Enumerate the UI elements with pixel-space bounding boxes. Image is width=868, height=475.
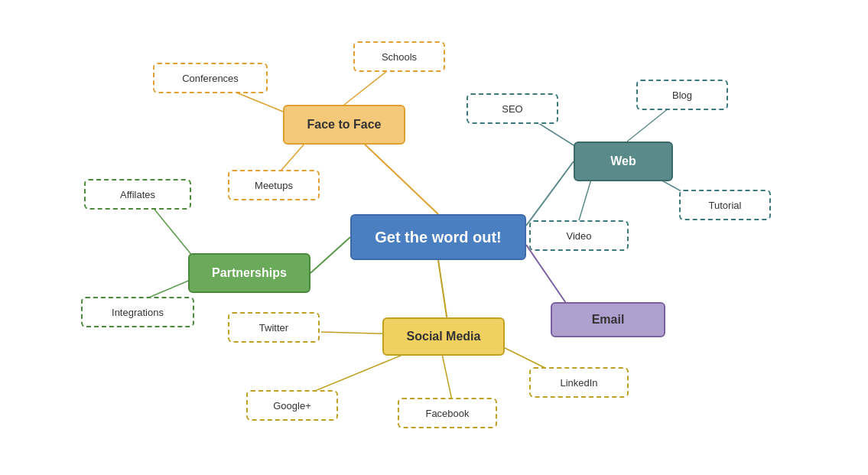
blog-node: Blog xyxy=(636,80,728,110)
affilates-node: Affilates xyxy=(84,179,191,210)
partnerships-node: Partnerships xyxy=(188,253,310,293)
integrations-node: Integrations xyxy=(81,297,194,327)
web-node: Web xyxy=(574,142,673,181)
schools-node: Schools xyxy=(353,41,445,72)
linkedin-node: LinkedIn xyxy=(529,367,629,398)
twitter-node: Twitter xyxy=(228,312,320,343)
tutorial-node: Tutorial xyxy=(679,190,771,220)
svg-line-4 xyxy=(438,260,447,321)
google-plus-node: Google+ xyxy=(246,390,338,421)
svg-line-2 xyxy=(526,161,574,226)
facebook-node: Facebook xyxy=(398,398,497,428)
seo-node: SEO xyxy=(467,93,558,124)
email-node: Email xyxy=(551,302,665,337)
face-to-face-node: Face to Face xyxy=(283,105,405,145)
meetups-node: Meetups xyxy=(228,170,320,200)
social-media-node: Social Media xyxy=(382,317,505,356)
svg-line-16 xyxy=(441,350,453,404)
conferences-node: Conferences xyxy=(153,63,268,93)
svg-line-1 xyxy=(310,237,350,273)
center-node: Get the word out! xyxy=(350,214,526,260)
video-node: Video xyxy=(529,220,629,251)
